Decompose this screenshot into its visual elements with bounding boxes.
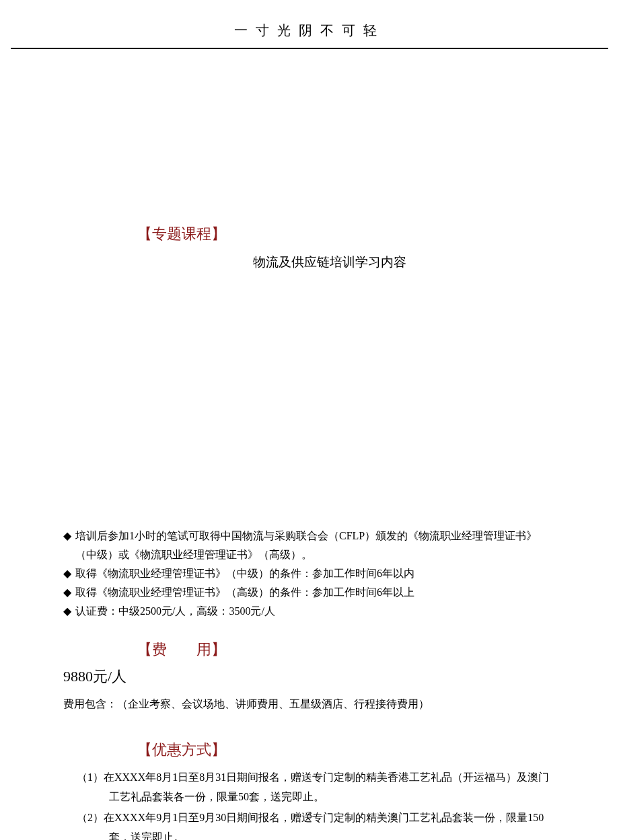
list-item: ◆ 取得《物流职业经理管理证书》（中级）的条件：参加工作时间6年以内: [63, 564, 556, 583]
discount-heading: 【优惠方式】: [137, 740, 556, 760]
bullet-text: 取得《物流职业经理管理证书》（高级）的条件：参加工作时间6年以上: [75, 583, 556, 602]
diamond-bullet-icon: ◆: [63, 527, 71, 545]
bullet-text: 培训后参加1小时的笔试可取得中国物流与采购联合会（CFLP）颁发的《物流职业经理…: [75, 527, 556, 564]
certification-bullet-list: ◆ 培训后参加1小时的笔试可取得中国物流与采购联合会（CFLP）颁发的《物流职业…: [63, 527, 556, 621]
topics-heading: 【专题课程】: [137, 224, 556, 244]
page-content: 【专题课程】 物流及供应链培训学习内容 ◆ 培训后参加1小时的笔试可取得中国物流…: [0, 224, 619, 840]
page-number: 3: [0, 810, 619, 821]
diamond-bullet-icon: ◆: [63, 602, 71, 621]
header-divider: [11, 48, 608, 49]
bullet-text: 认证费：中级2500元/人，高级：3500元/人: [75, 602, 556, 621]
discount-list: （1）在XXXX年8月1日至8月31日期间报名，赠送专门定制的精美香港工艺礼品（…: [63, 768, 556, 840]
topics-subtitle: 物流及供应链培训学习内容: [104, 254, 556, 271]
diamond-bullet-icon: ◆: [63, 564, 71, 583]
diamond-bullet-icon: ◆: [63, 583, 71, 602]
list-item: ◆ 认证费：中级2500元/人，高级：3500元/人: [63, 602, 556, 621]
fee-heading: 【费 用】: [137, 640, 556, 660]
fee-price: 9880元/人: [63, 666, 556, 687]
bullet-text: 取得《物流职业经理管理证书》（中级）的条件：参加工作时间6年以内: [75, 564, 556, 583]
list-item: ◆ 取得《物流职业经理管理证书》（高级）的条件：参加工作时间6年以上: [63, 583, 556, 602]
list-item: （1）在XXXX年8月1日至8月31日期间报名，赠送专门定制的精美香港工艺礼品（…: [63, 768, 556, 807]
list-item: ◆ 培训后参加1小时的笔试可取得中国物流与采购联合会（CFLP）颁发的《物流职业…: [63, 527, 556, 564]
fee-includes: 费用包含：（企业考察、会议场地、讲师费用、五星级酒店、行程接待费用）: [63, 695, 556, 713]
page-header-motto: 一寸光阴不可轻: [0, 0, 619, 48]
